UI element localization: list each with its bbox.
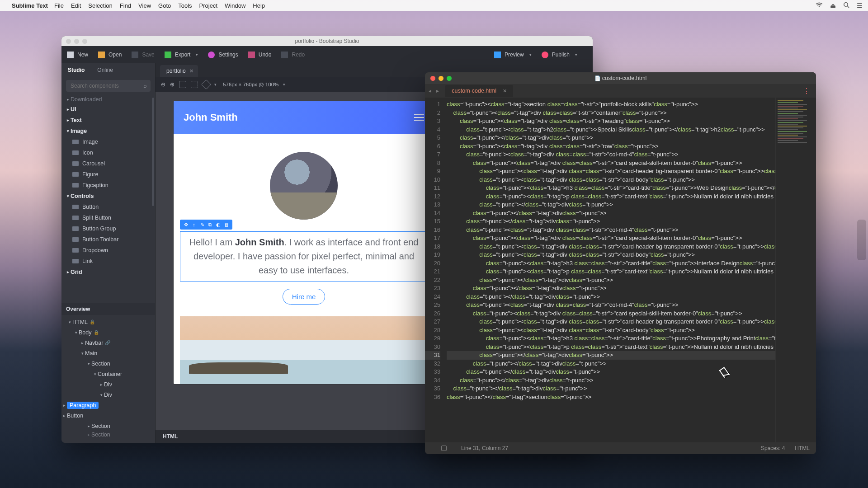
move-icon[interactable]: ✥ [182,221,190,228]
minimap[interactable] [775,98,816,442]
duplicate-icon[interactable]: ⧉ [206,221,214,228]
hamburger-icon[interactable] [414,114,424,121]
indent-setting[interactable]: Spaces: 4 [761,445,785,451]
preview-button[interactable]: Preview▾ [494,52,532,58]
menu-project[interactable]: Project [199,2,217,9]
tab-history-nav[interactable]: ◂ ▸ [429,88,441,94]
tree-item[interactable]: Split Button [61,212,155,223]
panel-toggle-icon[interactable] [441,446,447,451]
tree-item[interactable]: Figure [61,169,155,180]
traffic-minimize-icon[interactable] [74,39,79,44]
overview-node[interactable]: ▸Section [61,431,155,438]
zoom-label[interactable]: 576px × 760px @ 100% [223,82,278,87]
zoom-in-icon[interactable]: ⊕ [170,81,175,88]
close-tab-icon[interactable]: ✕ [189,68,193,74]
tree-item[interactable]: Button Group [61,223,155,234]
search-icon[interactable]: ⌕ [143,82,147,89]
code-area[interactable]: class="t-punc"><class="t-tag">section cl… [445,98,775,442]
redo-button[interactable]: Redo [281,52,305,58]
menu-edit[interactable]: Edit [71,2,81,9]
tab-studio[interactable]: Studio [61,63,91,77]
code-editor[interactable]: 1234567891011121314151617181920212223242… [425,98,816,442]
tree-item[interactable]: Image [61,136,155,147]
st-titlebar[interactable]: custom-code.html [425,72,816,84]
menu-selection[interactable]: Selection [88,2,112,9]
menu-goto[interactable]: Goto [158,2,171,9]
overview-tree[interactable]: ▾HTML🔒▾Body🔒▸Navbar🔗▾Main▾Section▾Contai… [61,315,155,443]
overview-node[interactable]: ▸Div [61,379,155,389]
tab-html[interactable]: HTML [163,433,178,440]
tree-category[interactable]: ▾Image [61,126,155,136]
spotlight-icon[interactable] [843,2,849,9]
tree-category[interactable]: ▸UI [61,104,155,115]
intro-paragraph[interactable]: Hello! I am John Smith. I work as interf… [180,231,428,282]
overview-node[interactable]: ▸Navbar🔗 [61,338,155,348]
traffic-minimize-icon[interactable] [439,76,443,81]
component-tree[interactable]: ▸Downloaded▸UI▸Text▾ImageImageIconCarous… [61,95,155,303]
menu-window[interactable]: Window [225,2,245,9]
menu-list-icon[interactable]: ☰ [857,2,863,9]
layers-icon[interactable] [201,80,212,90]
overview-node[interactable]: ▾Section [61,358,155,369]
dock-handle[interactable] [857,220,866,260]
overview-node[interactable]: ▸Paragraph [61,400,155,410]
save-button[interactable]: Save [132,52,154,58]
tree-item[interactable]: Link [61,256,155,267]
tree-item[interactable]: Figcaption [61,180,155,191]
overview-node[interactable]: ▾HTML🔒 [61,317,155,327]
menu-find[interactable]: Find [120,2,131,9]
menu-view[interactable]: View [138,2,151,9]
edit-icon[interactable]: ✎ [198,221,206,228]
tree-category[interactable]: ▾Controls [61,191,155,202]
tree-item[interactable]: Button Toolbar [61,234,155,245]
tree-item[interactable]: Icon [61,147,155,158]
overview-node[interactable]: ▾Container [61,369,155,379]
app-name[interactable]: Sublime Text [12,2,48,9]
tree-category[interactable]: ▸Text [61,115,155,126]
overview-node[interactable]: ▸Button [61,410,155,421]
hide-icon[interactable]: ◐ [214,221,222,228]
traffic-close-icon[interactable] [430,76,435,81]
settings-button[interactable]: Settings [208,52,238,58]
tree-item[interactable]: Carousel [61,158,155,169]
export-button[interactable]: Export▾ [165,52,198,58]
overview-node[interactable]: ▾Body🔒 [61,327,155,338]
toggle-outline-icon[interactable] [179,81,186,88]
open-button[interactable]: Open [98,52,122,58]
up-icon[interactable]: ↑ [190,221,198,228]
tree-item[interactable]: Button [61,202,155,212]
tree-item[interactable]: Dropdown [61,245,155,256]
syntax-setting[interactable]: HTML [795,445,810,451]
wifi-icon[interactable] [816,2,823,9]
hire-me-button[interactable]: Hire me [283,289,326,305]
tab-menu-icon[interactable]: ⋮ [803,87,811,95]
chevron-down-icon[interactable]: ▾ [214,82,217,87]
publish-button[interactable]: Publish▾ [542,52,577,58]
zoom-out-icon[interactable]: ⊖ [161,81,165,88]
bss-titlebar[interactable]: portfolio - Bootstrap Studio [61,36,593,46]
delete-icon[interactable]: 🗑 [222,221,231,228]
search-input[interactable] [66,80,151,92]
tree-category[interactable]: ▸Grid [61,267,155,277]
file-tab-portfolio[interactable]: portfolio ✕ [160,65,198,77]
new-button[interactable]: New [67,52,88,58]
menu-tools[interactable]: Tools [178,2,192,9]
close-tab-icon[interactable]: ✕ [503,88,507,94]
tree-category[interactable]: ▸Downloaded [61,95,155,104]
traffic-zoom-icon[interactable] [82,39,87,44]
menu-file[interactable]: File [54,2,64,9]
overview-node[interactable]: ▾Div [61,389,155,400]
overview-node[interactable]: ▾Main [61,348,155,358]
editor-tab[interactable]: custom-code.html ✕ [445,85,513,97]
overview-node[interactable]: ▸Section [61,421,155,431]
scrollbar[interactable] [152,98,154,206]
toggle-grid-icon[interactable] [191,81,198,88]
chevron-down-icon[interactable]: ▾ [283,82,285,87]
element-action-bar: ✥ ↑ ✎ ⧉ ◐ 🗑 [180,220,232,230]
traffic-zoom-icon[interactable] [447,76,452,81]
menu-help[interactable]: Help [253,2,265,9]
undo-button[interactable]: Undo [248,52,272,58]
eject-icon[interactable]: ⏏ [830,2,836,9]
traffic-close-icon[interactable] [66,39,71,44]
tab-online[interactable]: Online [91,63,119,77]
